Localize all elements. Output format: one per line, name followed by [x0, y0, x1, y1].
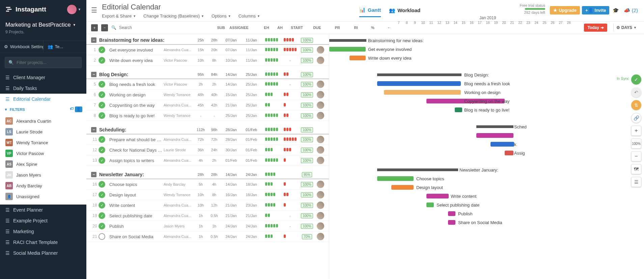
search-input[interactable]	[119, 25, 209, 30]
task-row[interactable]: 6✓Working on designWendy Torrance48h40h1…	[86, 90, 329, 100]
assignee-filter[interactable]: ABAndy Barclay	[0, 180, 86, 191]
workspace-switcher[interactable]: Marketing at BestPractice▼ 9 Projects.	[0, 19, 86, 36]
person-filter-icon[interactable]: 👤	[75, 106, 82, 112]
assignee-avatar[interactable]	[317, 191, 324, 198]
task-row[interactable]: 13✓Assign topics to writersAlexandra Cua…	[86, 155, 329, 166]
undo-icon[interactable]: ↶	[631, 87, 641, 97]
graduation-icon[interactable]: 🎓	[611, 7, 620, 13]
gantt-bar[interactable]	[349, 56, 366, 60]
check-icon[interactable]: ✓	[99, 112, 105, 119]
gantt-summary-bar[interactable]	[377, 168, 458, 171]
gantt-summary-bar[interactable]	[476, 125, 513, 128]
assignee-filter[interactable]: WTWendy Torrance	[0, 137, 86, 148]
check-icon[interactable]: ✓	[99, 202, 105, 209]
assignee-avatar[interactable]	[317, 136, 324, 143]
assignee-avatar[interactable]	[317, 222, 324, 230]
task-row[interactable]: 12✓Check for National Days and any impo.…	[86, 145, 329, 155]
filter-icon[interactable]: ▼	[4, 107, 8, 112]
assignee-avatar[interactable]	[317, 146, 324, 154]
group-header[interactable]: −Newsletter January:28h28h14/Jan24/Jan95…	[86, 170, 329, 179]
assignee-filter[interactable]: ASAlex Spine	[0, 159, 86, 169]
check-icon[interactable]: ✓	[99, 157, 105, 164]
gantt-bar[interactable]	[448, 220, 455, 225]
sidebar-item-client-manager[interactable]: ☰Client Manager	[0, 72, 86, 83]
menu-columns[interactable]: Columns ▼	[239, 13, 260, 19]
task-row[interactable]: 19✓Select publishing dateAlexandra Cua..…	[86, 211, 329, 221]
assignee-filter[interactable]: VPVictor Pascow	[0, 148, 86, 159]
assignee-filter[interactable]: 👤Unassigned	[0, 191, 86, 202]
invite-button[interactable]: +👤 Invite	[582, 6, 610, 14]
gantt-bar[interactable]	[455, 107, 462, 112]
gantt-bar[interactable]	[505, 151, 513, 155]
check-icon[interactable]: ✓	[99, 91, 105, 98]
assignee-avatar[interactable]	[317, 212, 324, 219]
gantt-bar[interactable]	[377, 176, 414, 181]
task-row[interactable]: 1✓Get everyone involvedAlexandra Cua...1…	[86, 45, 329, 55]
group-header[interactable]: −Scheduling:112h98h28/Jan01/Feb100%	[86, 126, 329, 134]
map-icon[interactable]: 🗺	[631, 164, 641, 174]
task-row[interactable]: 7✓Copywriting on the wayAlexandra Cua...…	[86, 100, 329, 111]
add-button[interactable]: ＋	[91, 24, 98, 31]
task-row[interactable]: 18✓Write contentAlexandra Cua...10h12h21…	[86, 200, 329, 211]
sidebar-item-daily-tasks[interactable]: ☰Daily Tasks	[0, 83, 86, 94]
remove-button[interactable]: －	[101, 24, 108, 31]
task-row[interactable]: 5✓Blog needs a fresh lookVictor Pascow2h…	[86, 79, 329, 90]
assignee-avatar[interactable]	[317, 81, 324, 88]
sidebar-item-event-planner[interactable]: ☰Event Planner	[0, 205, 86, 215]
menu-export-share[interactable]: Export & Share ▼	[102, 13, 136, 19]
gantt-bar[interactable]	[448, 211, 455, 216]
task-row[interactable]: 20✓PublishJason Myers1h1h24/Jan24/Jan-10…	[86, 221, 329, 231]
logo[interactable]: Instagantt	[5, 6, 46, 13]
details-icon[interactable]: ☰	[631, 177, 641, 187]
announce-icon[interactable]: 📣 (2)	[622, 7, 639, 13]
assignee-filter[interactable]: ACAlexandra Cuartin	[0, 116, 86, 126]
gantt-summary-bar[interactable]	[377, 73, 461, 76]
link-icon[interactable]: 🔗	[631, 113, 641, 123]
gantt-bar[interactable]	[491, 142, 514, 147]
sort-icon[interactable]: ⇅	[631, 100, 641, 110]
group-header[interactable]: −Brainstorming for new ideas:25h28h07/Ja…	[86, 36, 329, 45]
gantt-bar[interactable]	[377, 81, 461, 86]
upgrade-button[interactable]: ★ Upgrade	[550, 6, 580, 14]
assignee-avatar[interactable]	[317, 91, 324, 98]
check-icon[interactable]: ✓	[99, 181, 105, 188]
filter-projects-input[interactable]: 🔍	[5, 57, 82, 68]
sidebar-item-social-media-planner[interactable]: ☰Social Media Planner	[0, 248, 86, 258]
tag-icon[interactable]: 🏷	[70, 106, 74, 112]
assignee-avatar[interactable]	[317, 112, 324, 119]
sync-ok-icon[interactable]: ✓	[631, 74, 641, 85]
menu-options[interactable]: Options ▼	[212, 13, 231, 19]
sidebar-item-editorial-calendar[interactable]: ☰Editorial Calendar	[0, 94, 86, 104]
check-icon[interactable]: ✓	[99, 46, 105, 53]
check-icon[interactable]	[99, 233, 105, 240]
gantt-bar[interactable]	[476, 133, 513, 138]
gantt-bar[interactable]	[426, 203, 434, 207]
task-row[interactable]: 21Share on Social MediaAlexandra Cua...1…	[86, 231, 329, 242]
workbook-settings-button[interactable]: ⚙Workbook Settings	[0, 41, 43, 53]
check-icon[interactable]: ✓	[99, 57, 105, 64]
collapse-icon[interactable]: −	[91, 37, 96, 43]
today-button[interactable]: Today ➜	[584, 24, 607, 32]
assignee-avatar[interactable]	[317, 46, 324, 54]
assignee-avatar[interactable]	[317, 157, 324, 164]
assignee-avatar[interactable]	[317, 181, 324, 188]
tab-gantt[interactable]: 📊Gantt	[359, 7, 381, 17]
collapse-left-icon[interactable]: ←	[387, 25, 391, 30]
assignee-filter[interactable]: JMJason Myers	[0, 169, 86, 180]
user-avatar[interactable]	[67, 5, 77, 14]
task-row[interactable]: 8✓Blog is ready to go live!Wendy Torranc…	[86, 111, 329, 121]
sidebar-item-raci-chart-template[interactable]: ☰RACI Chart Template	[0, 237, 86, 248]
zoom-days-button[interactable]: ⚙ DAYS ▼	[613, 24, 639, 32]
check-icon[interactable]: ✓	[99, 81, 105, 88]
assignee-filter[interactable]: LSLaurie Strode	[0, 126, 86, 137]
gantt-summary-bar[interactable]	[329, 39, 366, 42]
zoom-in-icon[interactable]: +	[631, 126, 641, 136]
check-icon[interactable]: ✓	[99, 223, 105, 229]
gantt-bar[interactable]	[384, 90, 461, 95]
task-row[interactable]: 16✓Choose topicsAndy Barclay5h4h14/Jan18…	[86, 179, 329, 190]
check-icon[interactable]: ✓	[99, 191, 105, 198]
menu-change-tracking-baselines-[interactable]: Change Tracking (Baselines) ▼	[143, 13, 204, 19]
assignee-avatar[interactable]	[317, 101, 324, 109]
sidebar-item-marketing[interactable]: ☰Marketing	[0, 226, 86, 237]
check-icon[interactable]: ✓	[99, 136, 105, 143]
